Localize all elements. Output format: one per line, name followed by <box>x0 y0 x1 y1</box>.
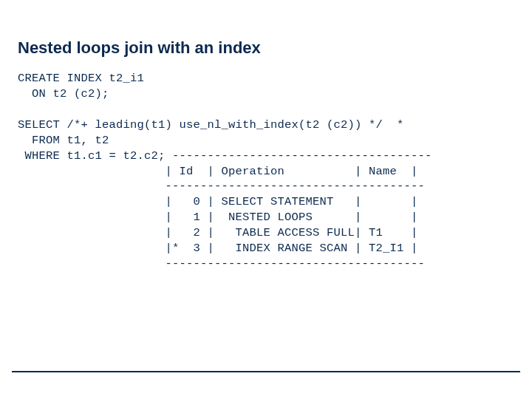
plan-row: | 1 | NESTED LOOPS | | <box>166 211 418 224</box>
page-title: Nested loops join with an index <box>18 38 514 58</box>
plan-border: ------------------------------------- <box>166 180 426 193</box>
footer-divider <box>12 371 520 372</box>
sql-line: CREATE INDEX t2_i1 <box>18 72 144 85</box>
plan-header: | Id | Operation | Name | <box>166 165 418 178</box>
plan-row: |* 3 | INDEX RANGE SCAN | T2_I1 | <box>166 242 418 255</box>
sql-line: WHERE t1.c1 = t2.c2; <box>18 149 166 163</box>
sql-line: FROM t1, t2 <box>18 134 109 147</box>
plan-border: ------------------------------------- <box>166 257 426 270</box>
sql-line: SELECT /*+ leading(t1) use_nl_with_index… <box>18 118 404 132</box>
sql-code-block: CREATE INDEX t2_i1 ON t2 (c2); SELECT /*… <box>18 71 514 272</box>
sql-line: ON t2 (c2); <box>18 87 109 100</box>
plan-row: | 0 | SELECT STATEMENT | | <box>166 195 418 208</box>
plan-row: | 2 | TABLE ACCESS FULL| T1 | <box>166 226 418 239</box>
plan-border: ------------------------------------- <box>172 149 432 163</box>
